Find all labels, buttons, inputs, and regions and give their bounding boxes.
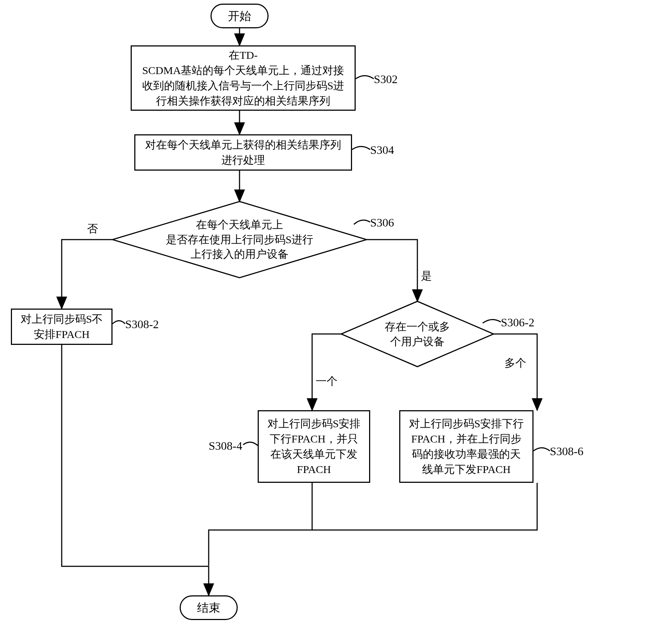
decision-s306-2: 存在一个或多 个用户设备 [370, 319, 465, 349]
tag-s302: S302 [374, 73, 398, 86]
s308-6-text: 对上行同步码S安排下行 FPACH，并在上行同步 码的接收功率最强的天 线单元下… [409, 416, 524, 477]
terminator-start: 开始 [210, 4, 269, 28]
process-s302: 在TD- SCDMA基站的每个天线单元上，通过对接 收到的随机接入信号与一个上行… [131, 45, 356, 111]
s308-2-text: 对上行同步码S不 安排FPACH [21, 311, 103, 342]
edge-label-one: 一个 [316, 374, 338, 389]
end-text: 结束 [197, 600, 220, 616]
edge-label-yes: 是 [421, 269, 432, 284]
edge-label-many: 多个 [504, 356, 526, 371]
terminator-end: 结束 [180, 595, 238, 620]
tag-s306: S306 [370, 216, 394, 229]
s308-4-text: 对上行同步码S安排 下行FPACH，并只 在该天线单元下发 FPACH [267, 416, 361, 477]
process-s308-2: 对上行同步码S不 安排FPACH [11, 309, 113, 345]
tag-s308-2: S308-2 [125, 318, 159, 331]
tag-s308-6: S308-6 [550, 445, 583, 458]
process-s304: 对在每个天线单元上获得的相关结果序列 进行处理 [134, 134, 352, 171]
tag-s304: S304 [370, 143, 394, 157]
process-s308-4: 对上行同步码S安排 下行FPACH，并只 在该天线单元下发 FPACH [258, 410, 370, 483]
start-text: 开始 [228, 8, 251, 24]
tag-s308-4: S308-4 [209, 439, 242, 453]
process-s308-6: 对上行同步码S安排下行 FPACH，并在上行同步 码的接收功率最强的天 线单元下… [399, 410, 534, 483]
s304-text: 对在每个天线单元上获得的相关结果序列 进行处理 [145, 137, 341, 168]
tag-s306-2: S306-2 [501, 316, 534, 329]
edge-label-no: 否 [87, 221, 98, 236]
decision-s306: 在每个天线单元上 是否存在使用上行同步码S进行 上行接入的用户设备 [145, 217, 334, 262]
s302-text: 在TD- SCDMA基站的每个天线单元上，通过对接 收到的随机接入信号与一个上行… [142, 48, 344, 109]
